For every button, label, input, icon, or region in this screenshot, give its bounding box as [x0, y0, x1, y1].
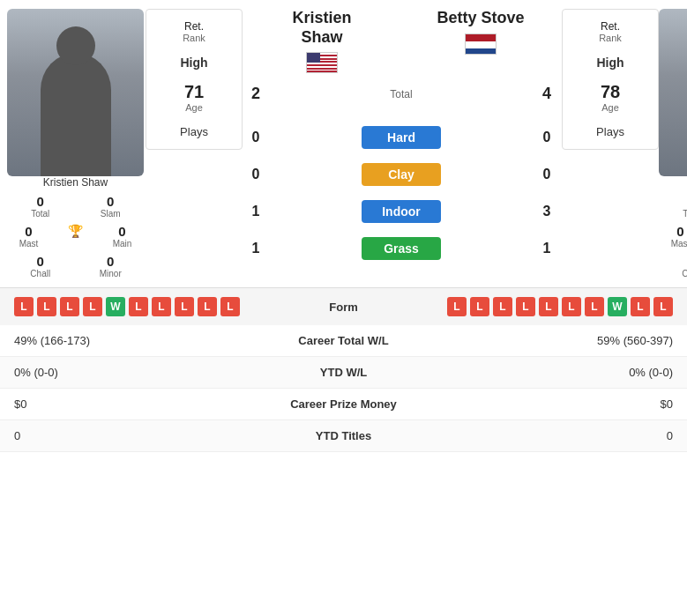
stats-row: $0 Career Prize Money $0 [0, 389, 687, 420]
nl-red [466, 34, 496, 41]
left-level: High [180, 56, 207, 70]
left-total-val: 0 [37, 194, 44, 209]
right-plays: Plays [596, 125, 624, 138]
form-badge-right-l: L [470, 297, 489, 316]
grass-left-score: 1 [243, 241, 269, 256]
surface-row-hard: 0 Hard 0 [243, 119, 560, 156]
clay-badge: Clay [362, 163, 441, 186]
us-canton [307, 53, 320, 63]
form-badge-left-l: L [129, 297, 148, 316]
right-player-photo [659, 9, 687, 176]
left-form-badges: LLLLWLLLLL [14, 297, 240, 316]
form-badge-left-l: L [60, 297, 79, 316]
stat-left-val: 49% (166-173) [0, 325, 209, 357]
form-badge-right-l: L [516, 297, 535, 316]
left-slam-val: 0 [107, 194, 114, 209]
right-rank-sub: Rank [599, 33, 622, 43]
left-silhouette [41, 53, 111, 176]
right-rank-label: Ret. [599, 20, 622, 33]
right-rank: Ret. Rank [599, 20, 622, 43]
player-comparison: Kristien Shaw 0 Total 0 Slam 0 Mast 🏆 [0, 0, 687, 287]
right-level: High [596, 56, 624, 70]
right-player-name-center: Betty Stove [437, 9, 524, 28]
right-age: 78 Age [601, 82, 620, 113]
right-stats-row3: 0 Chall 0 Minor [659, 254, 687, 278]
right-flag [465, 33, 497, 57]
hard-right-score: 0 [534, 130, 560, 145]
indoor-badge: Indoor [362, 200, 441, 223]
stats-row: 0 YTD Titles 0 [0, 420, 687, 452]
left-plays: Plays [180, 125, 208, 138]
form-badge-right-l: L [493, 297, 512, 316]
right-stats-row1: 0 Total 0 Slam [659, 194, 687, 219]
indoor-left-score: 1 [243, 204, 269, 219]
clay-right-score: 0 [534, 167, 560, 182]
right-total-score: 4 [534, 85, 560, 103]
left-rank-sub: Rank [183, 33, 205, 43]
right-age-val: 78 [601, 82, 620, 102]
form-badge-left-l: L [152, 297, 171, 316]
left-chall-cell: 0 Chall [7, 254, 74, 278]
right-stats-row2: 0 Mast 🏆 0 Main [659, 224, 687, 249]
form-badge-left-l: L [83, 297, 102, 316]
main-container: Kristien Shaw 0 Total 0 Slam 0 Mast 🏆 [0, 0, 687, 452]
us-flag-icon [306, 52, 338, 73]
clay-left-score: 0 [243, 167, 269, 182]
stat-center-label: YTD Titles [209, 420, 479, 452]
left-stats-row3: 0 Chall 0 Minor [7, 254, 144, 278]
left-main-val: 0 [118, 224, 125, 239]
stat-left-val: $0 [0, 389, 209, 420]
stats-table: 49% (166-173) Career Total W/L 59% (560-… [0, 325, 687, 452]
left-rank-label: Ret. [183, 20, 205, 33]
left-slam-cell: 0 Slam [78, 194, 145, 219]
form-badge-left-l: L [14, 297, 34, 316]
left-player-card: Ret. Rank High 71 Age Plays [146, 9, 241, 150]
left-age: 71 Age [184, 82, 204, 113]
left-main-lbl: Main [113, 239, 132, 249]
right-total-lbl: Total [683, 209, 687, 219]
hard-badge: Hard [362, 126, 441, 149]
form-badge-left-w: W [106, 297, 125, 316]
form-badge-left-l: L [175, 297, 194, 316]
left-player-photo [7, 9, 144, 176]
stat-right-val: $0 [478, 389, 687, 420]
left-stats-row2: 0 Mast 🏆 0 Main [7, 224, 144, 249]
stat-right-val: 59% (560-397) [478, 325, 687, 357]
left-minor-lbl: Minor [100, 269, 122, 278]
form-section: LLLLWLLLLL Form LLLLLLLWLL [0, 287, 687, 325]
right-mast-cell: 0 Mast [659, 224, 687, 249]
left-name-block: KristienShaw [243, 9, 401, 76]
surface-rows: 0 Hard 0 0 Clay 0 1 Indoor 3 [243, 119, 560, 267]
stat-center-label: Career Prize Money [209, 389, 479, 420]
stat-left-val: 0% (0-0) [0, 357, 209, 389]
left-mast-lbl: Mast [19, 239, 39, 249]
form-badge-left-l: L [198, 297, 217, 316]
left-player-name-center: KristienShaw [292, 9, 351, 47]
left-ret-label: Ret. [184, 20, 204, 33]
indoor-right-score: 3 [534, 204, 560, 219]
stats-row: 0% (0-0) YTD W/L 0% (0-0) [0, 357, 687, 389]
form-badge-right-l: L [585, 297, 604, 316]
left-age-val: 71 [184, 82, 204, 102]
right-chall-cell: 0 Chall [659, 254, 687, 278]
left-total-cell: 0 Total [7, 194, 74, 219]
left-chall-val: 0 [37, 254, 44, 269]
surface-row-grass: 1 Grass 1 [243, 230, 560, 267]
form-badge-right-w: W [608, 297, 627, 316]
stat-center-label: Career Total W/L [209, 325, 479, 357]
right-mast-val: 0 [676, 224, 683, 239]
left-mast-cell: 0 Mast [7, 224, 50, 249]
right-name-block: Betty Stove [401, 9, 560, 76]
stat-center-label: YTD W/L [209, 357, 479, 389]
stat-right-val: 0% (0-0) [478, 357, 687, 389]
left-age-lbl: Age [184, 102, 204, 113]
right-card-inner: Ret. Rank High 78 Age Plays [562, 9, 659, 150]
right-player-photo-col: Betty Stove 0 Total 0 Slam 0 Mast 🏆 [659, 9, 687, 278]
nl-flag-icon [465, 33, 497, 55]
left-card-inner: Ret. Rank High 71 Age Plays [146, 9, 243, 150]
left-trophy-icon: 🏆 [68, 224, 83, 238]
surface-row-clay: 0 Clay 0 [243, 156, 560, 193]
left-stats-row1: 0 Total 0 Slam [7, 194, 144, 219]
form-label: Form [329, 301, 358, 314]
total-label: Total [390, 88, 412, 100]
